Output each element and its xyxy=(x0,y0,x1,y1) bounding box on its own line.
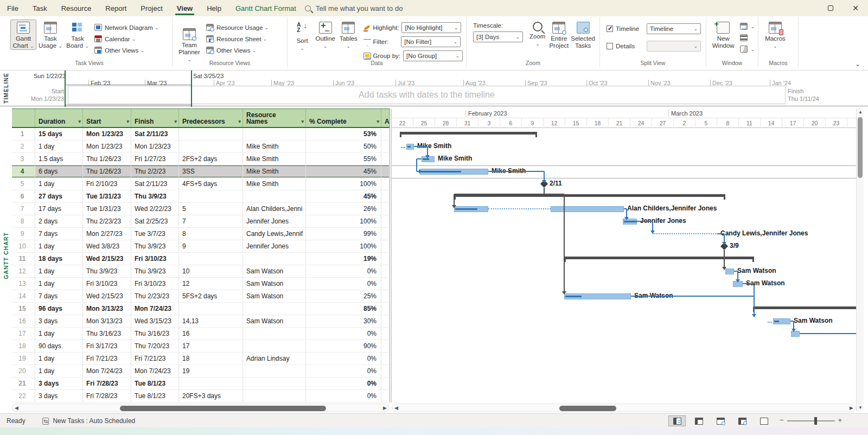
cell-pct[interactable]: 99% xyxy=(306,228,381,240)
cell-start[interactable]: Mon 3/13/23 xyxy=(83,315,131,328)
cell-duration[interactable]: 1 day xyxy=(35,365,83,378)
menu-report[interactable]: Report xyxy=(98,0,133,16)
zoom-slider-thumb[interactable] xyxy=(814,417,817,425)
outline-button[interactable]: Outline⌄ xyxy=(315,20,337,50)
gantt-task-bar[interactable] xyxy=(420,169,488,175)
cell-start[interactable]: Thu 2/23/23 xyxy=(83,215,131,228)
cell-res[interactable] xyxy=(243,303,306,315)
scroll-down-icon[interactable]: ▼ xyxy=(858,405,863,410)
cell-start[interactable]: Tue 1/31/23 xyxy=(83,190,131,203)
gantt-task-bar[interactable] xyxy=(725,268,734,274)
cell-finish[interactable]: Thu 3/9/23 xyxy=(131,190,179,203)
cell-finish[interactable]: Tue 8/1/23 xyxy=(131,390,179,402)
cell-num[interactable]: 6 xyxy=(12,190,35,203)
gantt-task-bar[interactable] xyxy=(551,206,624,212)
cell-res[interactable] xyxy=(243,253,306,265)
view-report-button[interactable] xyxy=(755,415,773,426)
cell-pct[interactable]: 100% xyxy=(306,215,381,228)
cell-start[interactable]: Wed 2/15/23 xyxy=(83,253,131,265)
sort-button[interactable]: AZ↓ Sort⌄ xyxy=(291,20,314,52)
details-checkbox[interactable]: Details xyxy=(607,40,647,52)
zoom-slider[interactable]: − + xyxy=(780,417,842,425)
cell-finish[interactable]: Tue 8/1/23 xyxy=(131,378,179,390)
cell-finish[interactable]: Thu 3/9/23 xyxy=(131,240,179,253)
cell-num[interactable]: 10 xyxy=(12,240,35,253)
cell-duration[interactable]: 1 day xyxy=(35,278,83,290)
scroll-up-icon[interactable]: ▲ xyxy=(858,110,863,114)
cell-res[interactable]: Sam Watson xyxy=(243,265,306,278)
cell-add[interactable] xyxy=(381,215,390,228)
switch-windows-button[interactable]: ⌄ xyxy=(740,21,755,32)
cell-finish[interactable]: Wed 3/15/23 xyxy=(131,315,179,328)
cell-finish[interactable]: Tue 3/7/23 xyxy=(131,228,179,240)
view-task-usage-button[interactable] xyxy=(690,415,707,426)
column-header-add[interactable]: Add xyxy=(381,109,390,127)
zoom-slider-track[interactable] xyxy=(787,420,835,421)
cell-start[interactable]: Thu 3/16/23 xyxy=(83,328,131,340)
cell-duration[interactable]: 1 day xyxy=(35,265,83,278)
table-horizontal-scrollbar[interactable]: ◀ ▶ xyxy=(12,404,390,412)
cell-start[interactable]: Tue 1/31/23 xyxy=(83,203,131,215)
cell-finish[interactable]: Wed 2/22/23 xyxy=(131,203,179,215)
cell-num[interactable]: 18 xyxy=(12,340,35,353)
cell-pred[interactable]: 3SS xyxy=(179,165,243,178)
cell-duration[interactable]: 3 days xyxy=(35,315,83,328)
cell-pct[interactable]: 0% xyxy=(306,353,381,365)
cell-finish[interactable]: Fri 1/27/23 xyxy=(131,153,179,165)
cell-duration[interactable]: 17 days xyxy=(35,203,83,215)
other-views-button[interactable]: Other Views ⌄ xyxy=(94,44,159,56)
cell-pred[interactable] xyxy=(179,128,243,140)
cell-finish[interactable]: Fri 3/10/23 xyxy=(131,253,179,265)
gantt-chart-area[interactable]: Mike SmithMike SmithMike Smith2/11Alan C… xyxy=(392,128,856,402)
vertical-scrollbar-thumb[interactable] xyxy=(858,117,863,178)
timeline-pane-label[interactable]: TIMELINE xyxy=(0,71,12,105)
cell-add[interactable] xyxy=(381,265,390,278)
cell-num[interactable]: 5 xyxy=(12,178,35,190)
cell-num[interactable]: 15 xyxy=(12,303,35,315)
cell-pred[interactable]: 7 xyxy=(179,215,243,228)
cell-num[interactable]: 7 xyxy=(12,203,35,215)
cell-pred[interactable] xyxy=(179,190,243,203)
entire-project-button[interactable]: Entire Project xyxy=(548,20,569,50)
timeline-view-dropdown[interactable]: Timeline⌄ xyxy=(647,23,701,34)
zoom-button[interactable]: Zoom⌄ xyxy=(527,20,547,48)
cell-duration[interactable]: 1 day xyxy=(35,353,83,365)
cell-start[interactable]: Mon 1/23/23 xyxy=(83,128,131,140)
cell-res[interactable]: Mike Smith xyxy=(243,178,306,190)
cell-start[interactable]: Fri 7/28/23 xyxy=(83,390,131,402)
cell-finish[interactable]: Sat 2/11/23 xyxy=(131,128,179,140)
arrange-all-button[interactable] xyxy=(740,32,755,43)
details-view-dropdown[interactable]: ⌄ xyxy=(647,41,701,52)
cell-add[interactable] xyxy=(381,315,390,328)
cell-finish[interactable]: Thu 2/23/23 xyxy=(131,290,179,303)
cell-start[interactable]: Mon 1/23/23 xyxy=(83,140,131,153)
cell-finish[interactable]: Thu 3/9/23 xyxy=(131,265,179,278)
cell-num[interactable]: 11 xyxy=(12,253,35,265)
cell-finish[interactable]: Thu 2/2/23 xyxy=(131,165,179,178)
cell-duration[interactable]: 7 days xyxy=(35,228,83,240)
cell-pct[interactable]: 85% xyxy=(306,303,381,315)
gantt-chart-button[interactable]: Gantt Chart ⌄ xyxy=(10,20,36,50)
scroll-right-icon[interactable]: ▶ xyxy=(383,405,387,411)
cell-pct[interactable]: 0% xyxy=(306,378,381,390)
new-window-button[interactable]: + New Window xyxy=(710,20,736,50)
cell-add[interactable] xyxy=(381,290,390,303)
column-header-duration[interactable]: Duration▾ xyxy=(35,109,83,127)
cell-start[interactable]: Fri 2/10/23 xyxy=(83,178,131,190)
gantt-summary-bar[interactable] xyxy=(753,306,856,309)
cell-num[interactable]: 12 xyxy=(12,265,35,278)
timeline-checkbox[interactable]: Timeline xyxy=(607,23,647,35)
menu-view[interactable]: View xyxy=(170,0,200,16)
cell-pct[interactable]: 53% xyxy=(306,128,381,140)
cell-pred[interactable]: 18 xyxy=(179,353,243,365)
cell-pred[interactable]: 16 xyxy=(179,328,243,340)
cell-num[interactable]: 9 xyxy=(12,228,35,240)
cell-pred[interactable] xyxy=(179,140,243,153)
cell-finish[interactable]: Sat 2/25/23 xyxy=(131,215,179,228)
cell-res[interactable]: Sam Watson xyxy=(243,315,306,328)
cell-pct[interactable]: 100% xyxy=(306,178,381,190)
gantt-task-bar[interactable] xyxy=(454,206,488,212)
cell-pct[interactable]: 50% xyxy=(306,140,381,153)
cell-res[interactable] xyxy=(243,190,306,203)
scroll-left-icon[interactable]: ◀ xyxy=(15,405,18,411)
